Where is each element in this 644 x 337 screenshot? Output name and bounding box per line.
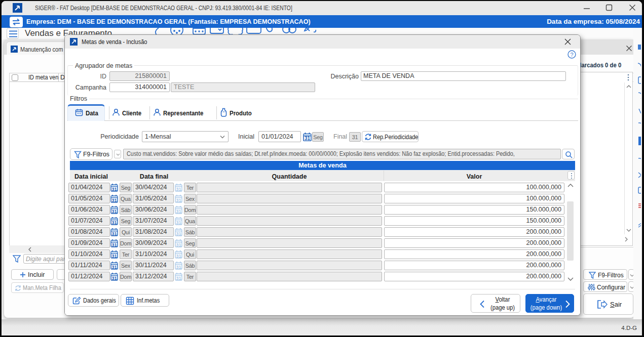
svg-text:31: 31 — [176, 253, 181, 259]
svg-text:31: 31 — [176, 186, 181, 191]
svg-text:31: 31 — [176, 242, 181, 247]
svg-text:31: 31 — [111, 242, 117, 247]
svg-text:31: 31 — [111, 230, 117, 236]
svg-text:31: 31 — [176, 230, 181, 236]
svg-text:31: 31 — [305, 136, 311, 141]
svg-text:31: 31 — [111, 186, 117, 191]
svg-text:31: 31 — [176, 275, 181, 281]
svg-text:31: 31 — [176, 219, 181, 225]
svg-text:31: 31 — [111, 275, 117, 281]
svg-text:31: 31 — [176, 197, 181, 202]
svg-text:31: 31 — [111, 264, 117, 270]
svg-text:31: 31 — [176, 264, 181, 270]
svg-text:31: 31 — [111, 219, 117, 225]
svg-text:31: 31 — [176, 208, 181, 214]
svg-text:31: 31 — [111, 197, 117, 202]
svg-text:?: ? — [570, 52, 573, 58]
svg-text:31: 31 — [111, 253, 117, 259]
svg-text:31: 31 — [111, 208, 117, 214]
